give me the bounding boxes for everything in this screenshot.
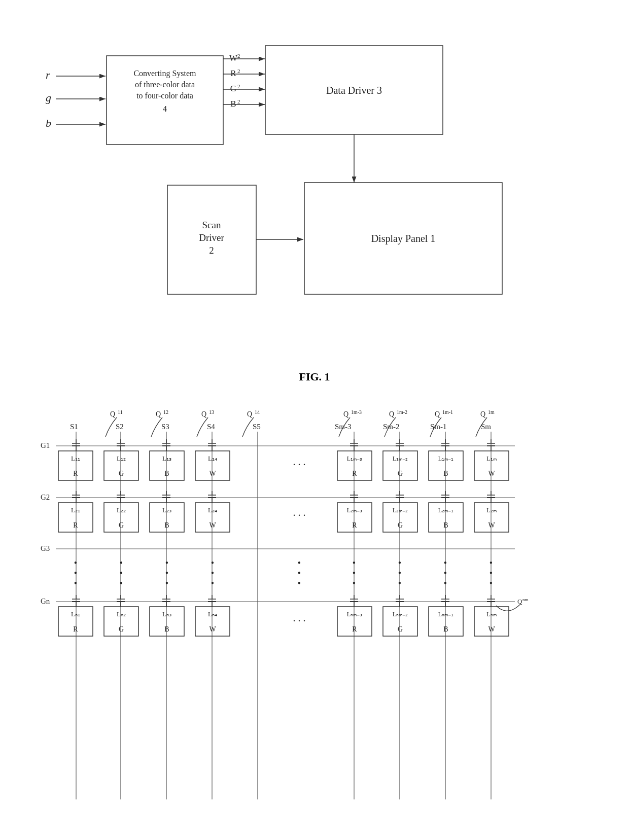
- svg-text:G: G: [398, 521, 403, 529]
- svg-text:R: R: [73, 521, 78, 529]
- svg-text:nm: nm: [522, 597, 529, 602]
- svg-text:Scan: Scan: [202, 220, 221, 230]
- svg-text:R: R: [73, 625, 78, 633]
- svg-text:L₂ₘ₋₃: L₂ₘ₋₃: [347, 507, 362, 514]
- svg-text:B: B: [164, 625, 169, 633]
- svg-text:B: B: [443, 625, 448, 633]
- svg-text:Data Driver 3: Data Driver 3: [326, 85, 382, 96]
- svg-text:G: G: [230, 84, 236, 93]
- svg-text:Q: Q: [343, 410, 348, 418]
- svg-text:L₂₁: L₂₁: [71, 506, 80, 514]
- svg-text:L₁ₘ₋₁: L₁ₘ₋₁: [438, 455, 453, 462]
- svg-text:· · ·: · · ·: [293, 459, 306, 470]
- svg-text:•: •: [211, 568, 214, 578]
- svg-text:•: •: [353, 568, 356, 578]
- fig2-diagram: Q 11 Q 12 Q 13 Q 14 Q 1m-3 Q 1m-2 Q 1m-1…: [30, 399, 599, 835]
- input-r: r: [46, 68, 50, 81]
- svg-text:•: •: [165, 578, 168, 588]
- svg-text:Converting System: Converting System: [133, 69, 196, 78]
- svg-text:L₁₂: L₁₂: [117, 454, 126, 462]
- svg-text:G3: G3: [41, 544, 50, 552]
- svg-text:W: W: [229, 53, 238, 63]
- svg-text:R: R: [352, 625, 357, 633]
- svg-text:G: G: [119, 470, 124, 477]
- svg-text:2: 2: [237, 83, 240, 89]
- svg-text:L₁ₘ₋₂: L₁ₘ₋₂: [393, 455, 408, 462]
- svg-text:•: •: [398, 558, 401, 568]
- svg-text:•: •: [298, 558, 301, 568]
- fig1-diagram: r g b Converting System of three-color d…: [30, 20, 599, 365]
- svg-text:B: B: [443, 521, 448, 529]
- svg-text:•: •: [74, 578, 77, 588]
- svg-text:•: •: [298, 578, 301, 588]
- svg-text:Display Panel 1: Display Panel 1: [371, 233, 436, 244]
- svg-text:•: •: [444, 558, 447, 568]
- svg-text:to four-color data: to four-color data: [136, 91, 193, 100]
- svg-text:Driver: Driver: [199, 232, 224, 243]
- svg-text:•: •: [211, 558, 214, 568]
- svg-text:Sm-1: Sm-1: [430, 423, 447, 431]
- svg-text:· · ·: · · ·: [293, 615, 306, 626]
- svg-text:G: G: [398, 625, 403, 633]
- svg-text:Lₙₘ₋₁: Lₙₘ₋₁: [438, 611, 453, 618]
- page: r g b Converting System of three-color d…: [0, 0, 629, 840]
- svg-text:•: •: [444, 568, 447, 578]
- svg-text:of three-color data: of three-color data: [135, 80, 195, 89]
- svg-text:2: 2: [237, 53, 240, 59]
- svg-text:L₁ₘ₋₃: L₁ₘ₋₃: [347, 455, 362, 462]
- svg-text:11: 11: [118, 409, 123, 415]
- svg-text:Q: Q: [110, 410, 115, 418]
- svg-text:W: W: [209, 470, 216, 477]
- svg-text:L₁₁: L₁₁: [71, 454, 80, 462]
- svg-text:R: R: [352, 521, 357, 529]
- svg-text:•: •: [165, 558, 168, 568]
- svg-text:Q: Q: [156, 410, 161, 418]
- svg-text:13: 13: [209, 409, 214, 415]
- svg-text:S2: S2: [116, 423, 124, 431]
- svg-text:L₁ₘ: L₁ₘ: [486, 455, 496, 462]
- svg-text:Sm-2: Sm-2: [383, 423, 400, 431]
- svg-text:•: •: [398, 578, 401, 588]
- svg-text:R: R: [230, 68, 236, 78]
- svg-text:S5: S5: [253, 423, 261, 431]
- svg-text:•: •: [120, 568, 123, 578]
- svg-text:L₁₄: L₁₄: [208, 454, 217, 462]
- svg-text:•: •: [398, 568, 401, 578]
- svg-text:S4: S4: [207, 423, 215, 431]
- svg-text:G: G: [119, 625, 124, 633]
- svg-text:L₂ₘ₋₁: L₂ₘ₋₁: [438, 507, 453, 514]
- svg-text:Q: Q: [517, 598, 522, 605]
- svg-text:•: •: [74, 568, 77, 578]
- svg-text:· · ·: · · ·: [293, 510, 306, 521]
- svg-text:2: 2: [237, 98, 240, 104]
- svg-text:B: B: [164, 521, 169, 529]
- svg-text:R: R: [73, 470, 78, 477]
- svg-text:L₁₃: L₁₃: [162, 454, 171, 462]
- svg-text:G2: G2: [41, 493, 50, 501]
- svg-text:•: •: [490, 578, 493, 588]
- svg-text:•: •: [120, 578, 123, 588]
- svg-text:•: •: [74, 558, 77, 568]
- svg-text:•: •: [298, 568, 301, 578]
- svg-text:1m-2: 1m-2: [397, 409, 407, 415]
- svg-text:G: G: [119, 521, 124, 529]
- svg-text:Q: Q: [201, 410, 206, 418]
- svg-text:S1: S1: [70, 423, 78, 431]
- svg-text:Q: Q: [435, 410, 440, 418]
- input-g: g: [46, 91, 51, 104]
- input-b: b: [46, 117, 51, 129]
- svg-text:•: •: [490, 558, 493, 568]
- svg-text:Q: Q: [247, 410, 252, 418]
- svg-text:W: W: [488, 521, 495, 529]
- svg-text:L₂₄: L₂₄: [208, 506, 217, 514]
- svg-text:R: R: [352, 470, 357, 477]
- svg-text:L₂ₘ₋₂: L₂ₘ₋₂: [393, 507, 408, 514]
- svg-text:G: G: [398, 470, 403, 477]
- svg-text:Lₙₘ₋₂: Lₙₘ₋₂: [393, 611, 408, 618]
- svg-text:L₂₂: L₂₂: [117, 506, 126, 514]
- svg-text:L₂ₘ: L₂ₘ: [486, 507, 496, 514]
- svg-text:Lₙ₄: Lₙ₄: [208, 610, 217, 618]
- svg-text:4: 4: [163, 104, 167, 113]
- svg-text:•: •: [211, 578, 214, 588]
- fig1-caption: FIG. 1: [30, 370, 599, 383]
